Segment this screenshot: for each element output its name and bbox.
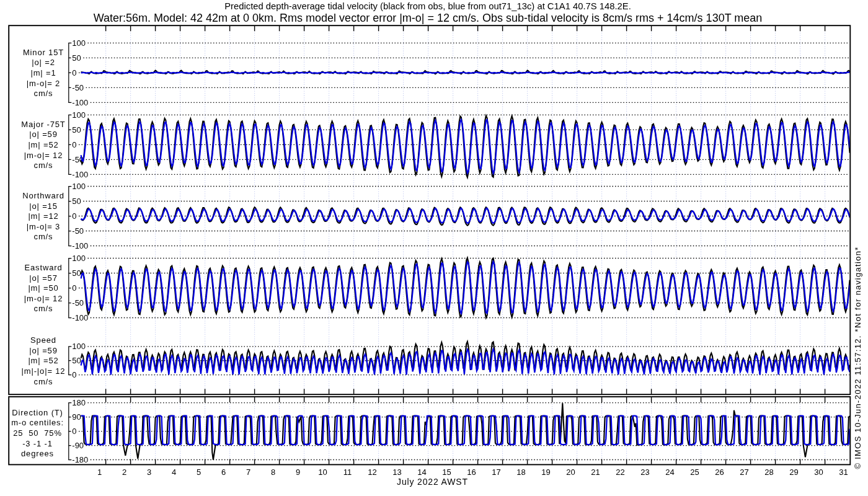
svg-text:3: 3 (147, 467, 151, 477)
svg-text:|m| =52: |m| =52 (28, 356, 58, 365)
svg-text:50: 50 (72, 125, 81, 135)
svg-text:30: 30 (814, 467, 823, 477)
svg-text:|m|-|o|= 12: |m|-|o|= 12 (22, 366, 66, 376)
svg-text:|m| =50: |m| =50 (28, 283, 58, 293)
svg-text:Major -75T: Major -75T (21, 120, 65, 129)
svg-text:cm/s: cm/s (34, 232, 53, 241)
svg-text:|m-o|= 12: |m-o|= 12 (24, 294, 63, 303)
svg-text:© IMOS 10-Jun-2022 11:57:12. *: © IMOS 10-Jun-2022 11:57:12. *Not for na… (853, 246, 862, 469)
svg-text:|o| =59: |o| =59 (29, 130, 58, 139)
svg-text:100: 100 (72, 342, 86, 351)
svg-text:July 2022 AWST: July 2022 AWST (397, 477, 468, 487)
svg-text:15: 15 (442, 467, 451, 477)
svg-text:9: 9 (296, 467, 300, 477)
svg-text:Eastward: Eastward (25, 263, 63, 272)
svg-text:-50: -50 (72, 226, 84, 236)
svg-text:|o| =59: |o| =59 (29, 346, 58, 355)
svg-text:-100: -100 (72, 170, 88, 179)
svg-text:50: 50 (72, 356, 81, 365)
svg-text:-100: -100 (72, 313, 88, 322)
svg-text:-90: -90 (72, 441, 84, 450)
svg-text:20: 20 (566, 467, 575, 477)
svg-text:13: 13 (392, 467, 401, 477)
svg-text:cm/s: cm/s (34, 304, 53, 313)
svg-text:0: 0 (72, 211, 76, 221)
svg-text:0: 0 (72, 370, 76, 379)
svg-text:|m-o|= 12: |m-o|= 12 (24, 151, 63, 160)
svg-text:29: 29 (789, 467, 798, 477)
svg-text:-50: -50 (72, 298, 84, 308)
svg-text:31: 31 (839, 467, 848, 477)
svg-text:100: 100 (72, 254, 86, 263)
svg-text:7: 7 (246, 467, 250, 477)
svg-text:14: 14 (417, 467, 426, 477)
svg-text:|m| =1: |m| =1 (30, 68, 56, 78)
svg-text:-3 -1 -1: -3 -1 -1 (22, 439, 53, 448)
svg-text:cm/s: cm/s (34, 89, 53, 98)
svg-text:|m| =52: |m| =52 (28, 140, 58, 149)
svg-text:11: 11 (343, 467, 352, 477)
svg-text:Speed: Speed (30, 335, 56, 345)
svg-text:|m-o|= 2: |m-o|= 2 (27, 79, 60, 88)
svg-text:19: 19 (541, 467, 550, 477)
svg-text:25: 25 (690, 467, 699, 477)
svg-text:Direction (T): Direction (T) (12, 408, 63, 417)
svg-text:1: 1 (97, 467, 102, 477)
svg-text:|m| =12: |m| =12 (28, 211, 58, 221)
svg-text:|o| =57: |o| =57 (29, 273, 58, 283)
svg-text:26: 26 (715, 467, 724, 477)
svg-text:12: 12 (368, 467, 376, 477)
svg-text:100: 100 (72, 182, 86, 191)
svg-text:4: 4 (172, 467, 176, 477)
svg-text:23: 23 (640, 467, 649, 477)
svg-text:cm/s: cm/s (34, 161, 53, 170)
svg-text:50: 50 (72, 268, 81, 278)
svg-text:-100: -100 (72, 98, 88, 107)
svg-text:8: 8 (271, 467, 275, 477)
svg-text:2: 2 (122, 467, 126, 477)
svg-text:Minor 15T: Minor 15T (23, 48, 64, 57)
svg-text:-100: -100 (72, 241, 88, 250)
svg-text:cm/s: cm/s (34, 377, 53, 386)
svg-text:degrees: degrees (21, 449, 54, 458)
svg-text:0: 0 (72, 427, 76, 436)
svg-text:22: 22 (616, 467, 624, 477)
svg-text:180: 180 (72, 398, 86, 407)
svg-text:28: 28 (764, 467, 773, 477)
svg-text:25 50 75%: 25 50 75% (13, 428, 62, 438)
svg-text:Water:56m. Model: 42 42m at 0: Water:56m. Model: 42 42m at 0 0km. Rms m… (94, 12, 763, 24)
svg-text:0: 0 (72, 140, 76, 149)
svg-text:0: 0 (72, 68, 76, 78)
svg-text:24: 24 (665, 467, 674, 477)
svg-text:100: 100 (72, 38, 86, 48)
svg-text:m-o centiles:: m-o centiles: (11, 418, 64, 427)
svg-text:|m-o|= 3: |m-o|= 3 (27, 222, 60, 231)
svg-text:17: 17 (492, 467, 500, 477)
svg-text:-180: -180 (72, 455, 88, 464)
svg-text:|o| =15: |o| =15 (29, 202, 58, 211)
svg-text:100: 100 (72, 110, 86, 120)
svg-text:90: 90 (72, 412, 81, 422)
svg-text:16: 16 (467, 467, 476, 477)
svg-text:Predicted depth-average tidal: Predicted depth-average tidal velocity (… (224, 1, 631, 11)
svg-text:5: 5 (197, 467, 201, 477)
svg-text:50: 50 (72, 53, 81, 63)
svg-text:50: 50 (72, 197, 81, 206)
svg-text:6: 6 (221, 467, 226, 477)
svg-text:21: 21 (591, 467, 600, 477)
svg-text:|o| =2: |o| =2 (32, 58, 55, 67)
svg-text:Northward: Northward (22, 191, 64, 200)
svg-text:27: 27 (740, 467, 748, 477)
svg-text:10: 10 (318, 467, 327, 477)
svg-text:18: 18 (516, 467, 525, 477)
svg-text:-50: -50 (72, 83, 84, 92)
svg-text:0: 0 (72, 283, 76, 293)
